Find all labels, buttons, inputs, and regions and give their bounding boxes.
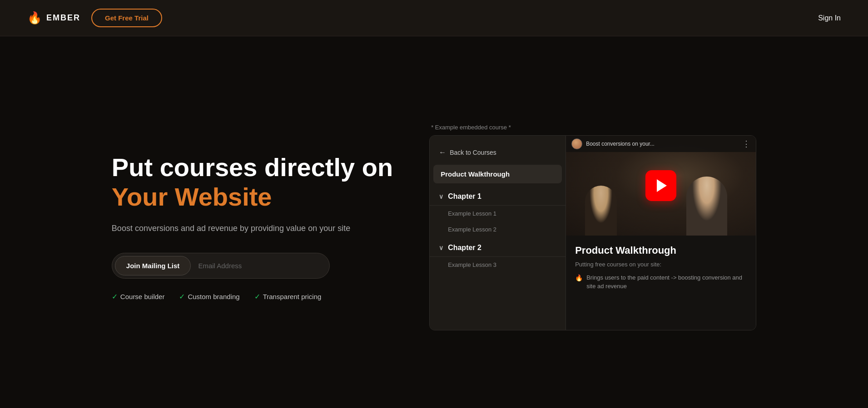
check-icon-pricing: ✓ xyxy=(254,292,260,301)
logo-flame-icon: 🔥 xyxy=(27,11,42,25)
back-arrow-icon: ← xyxy=(439,148,446,157)
course-title-item[interactable]: Product Walkthrough xyxy=(433,165,562,183)
video-info: Product Walkthrough Putting free courses… xyxy=(566,236,756,330)
email-input[interactable] xyxy=(191,256,326,275)
video-thumbnail[interactable]: Boost conversions on your... ⋮ xyxy=(566,136,756,236)
chapter-2-header[interactable]: ∨ Chapter 2 xyxy=(430,239,565,257)
play-button-wrapper[interactable] xyxy=(566,136,756,236)
demo-section: * Example embedded course * ← Back to Co… xyxy=(429,124,756,330)
free-trial-button[interactable]: Get Free Trial xyxy=(91,9,162,27)
feature-label-course: Course builder xyxy=(120,293,165,300)
features-row: ✓ Course builder ✓ Custom branding ✓ Tra… xyxy=(112,292,393,301)
feature-custom-branding: ✓ Custom branding xyxy=(179,292,239,301)
feature-transparent-pricing: ✓ Transparent pricing xyxy=(254,292,322,301)
chapter-2-section: ∨ Chapter 2 Example Lesson 3 xyxy=(430,239,565,273)
hero-title-line1: Put courses directly on xyxy=(112,153,393,182)
hero-title-line2: Your Website xyxy=(112,182,272,211)
video-info-title: Product Walkthrough xyxy=(575,245,747,256)
back-label: Back to Courses xyxy=(450,149,496,156)
feature-course-builder: ✓ Course builder xyxy=(112,292,165,301)
check-icon-branding: ✓ xyxy=(179,292,185,301)
lesson-2-1[interactable]: Example Lesson 3 xyxy=(430,257,565,273)
embedded-course-demo: ← Back to Courses Product Walkthrough ∨ … xyxy=(429,135,756,330)
check-icon-course: ✓ xyxy=(112,292,118,301)
play-triangle-icon xyxy=(657,179,667,192)
logo-text: EMBER xyxy=(46,13,80,23)
feature-label-pricing: Transparent pricing xyxy=(263,293,322,300)
join-mailing-list-button[interactable]: Join Mailing List xyxy=(115,256,191,275)
video-info-subtitle: Putting free courses on your site: xyxy=(575,261,747,268)
chapter-2-label: Chapter 2 xyxy=(448,244,481,252)
chapter-1-header[interactable]: ∨ Chapter 1 xyxy=(430,188,565,206)
hero-subtitle: Boost conversions and ad revenue by prov… xyxy=(112,222,393,235)
navbar: 🔥 EMBER Get Free Trial Sign In xyxy=(0,0,868,36)
video-panel: Boost conversions on your... ⋮ Product W… xyxy=(566,136,756,330)
chevron-down-icon-1: ∨ xyxy=(439,193,443,200)
chapter-1-label: Chapter 1 xyxy=(448,192,481,201)
video-info-feature: 🔥 Brings users to the paid content -> bo… xyxy=(575,273,747,291)
back-to-courses-link[interactable]: ← Back to Courses xyxy=(430,145,565,165)
lesson-1-1[interactable]: Example Lesson 1 xyxy=(430,206,565,221)
hero-section: Put courses directly on Your Website Boo… xyxy=(112,153,393,301)
logo[interactable]: 🔥 EMBER xyxy=(27,11,80,25)
flame-icon: 🔥 xyxy=(575,273,583,283)
course-sidebar: ← Back to Courses Product Walkthrough ∨ … xyxy=(430,136,566,330)
example-label: * Example embedded course * xyxy=(431,124,756,131)
main-content: Put courses directly on Your Website Boo… xyxy=(0,36,868,408)
play-button[interactable] xyxy=(645,170,676,201)
nav-left: 🔥 EMBER Get Free Trial xyxy=(27,9,162,27)
signin-link[interactable]: Sign In xyxy=(818,14,841,22)
chapter-1-section: ∨ Chapter 1 Example Lesson 1 Example Les… xyxy=(430,188,565,237)
feature-label-branding: Custom branding xyxy=(188,293,239,300)
lesson-1-2[interactable]: Example Lesson 2 xyxy=(430,221,565,237)
hero-title: Put courses directly on Your Website xyxy=(112,153,393,211)
video-feature-text: Brings users to the paid content -> boos… xyxy=(586,273,747,291)
chevron-down-icon-2: ∨ xyxy=(439,244,443,251)
email-row: Join Mailing List xyxy=(112,253,330,279)
